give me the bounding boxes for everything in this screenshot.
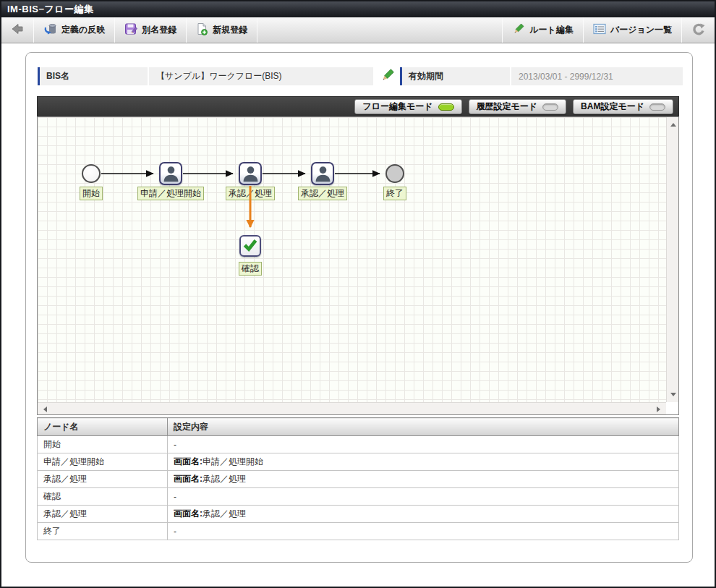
settings-value: - [174, 440, 176, 450]
green-pencil-icon [380, 74, 395, 85]
back-arrow-icon [11, 22, 24, 38]
valid-period-value: 2013/03/01 - 2999/12/31 [511, 67, 683, 85]
flow-node-label: 終了 [383, 187, 406, 200]
column-header-settings: 設定内容 [168, 418, 679, 436]
mode-flow-edit-label: フロー編集モード [362, 101, 432, 113]
scrollbar-corner [666, 402, 678, 414]
table-row: 承認／処理 画面名:承認／処理 [38, 506, 679, 523]
document-plus-icon [196, 22, 208, 38]
mode-flow-edit-indicator [438, 103, 454, 111]
settings-value: 承認／処理 [203, 508, 246, 519]
new-register-label: 新規登録 [213, 24, 247, 36]
settings-value: - [174, 492, 176, 502]
person-icon [313, 163, 333, 184]
bis-name-label: BIS名 [38, 67, 148, 85]
mode-history-indicator [542, 103, 558, 111]
valid-period-label: 有効期間 [400, 67, 510, 85]
title-bar: IM-BIS−フロー編集 [1, 1, 715, 17]
back-button[interactable] [1, 17, 33, 43]
mode-history-button[interactable]: 履歴設定モード [469, 99, 567, 114]
scroll-down-button[interactable] [667, 388, 679, 401]
database-reflect-icon [43, 22, 57, 38]
version-list-button[interactable]: バージョン一覧 [584, 17, 681, 43]
edit-bis-name-button[interactable] [379, 68, 396, 85]
mode-flow-edit-button[interactable]: フロー編集モード [354, 99, 461, 114]
settings-prefix: 画面名: [174, 508, 203, 519]
settings-cell: - [168, 436, 679, 453]
settings-cell: 画面名:承認／処理 [168, 471, 679, 488]
refresh-icon [691, 22, 705, 38]
new-register-button[interactable]: 新規登録 [187, 17, 257, 43]
horizontal-scrollbar[interactable] [38, 402, 666, 414]
mode-bam-button[interactable]: BAM設定モード [573, 99, 673, 114]
table-row: 申請／処理開始 画面名:申請／処理開始 [38, 453, 679, 471]
refresh-button[interactable] [682, 17, 715, 43]
im-bis-window: IM-BIS−フロー編集 定義の反映 [0, 0, 716, 588]
scroll-up-button[interactable] [667, 119, 679, 131]
flow-node-task[interactable] [159, 162, 182, 185]
node-name-cell: 承認／処理 [38, 471, 168, 488]
node-name-cell: 確認 [38, 488, 168, 506]
reflect-definition-label: 定義の反映 [61, 24, 105, 36]
person-icon [161, 163, 181, 184]
node-name-cell: 承認／処理 [38, 506, 168, 523]
route-edit-label: ルート編集 [529, 24, 574, 36]
settings-value: - [174, 527, 176, 537]
node-name-cell: 開始 [38, 436, 168, 453]
version-list-icon [593, 23, 606, 37]
mode-bam-indicator [649, 103, 665, 111]
flow-connectors [38, 117, 678, 414]
mode-bam-label: BAM設定モード [581, 101, 644, 113]
flow-node-task[interactable] [311, 162, 334, 185]
check-icon [242, 236, 259, 256]
flow-node-label: 承認／処理 [226, 187, 275, 200]
mode-history-label: 履歴設定モード [477, 101, 538, 113]
flow-node-label: 申請／処理開始 [137, 187, 204, 200]
settings-prefix: 画面名: [174, 456, 203, 466]
route-edit-button[interactable]: ルート編集 [503, 17, 583, 43]
toolbar-spacer [257, 17, 502, 43]
node-name-cell: 終了 [38, 523, 168, 540]
node-name-cell: 申請／処理開始 [38, 453, 168, 471]
main-panel: BIS名 【サンプル】ワークフロー(BIS) 有効期間 2013/03/01 -… [25, 52, 693, 563]
flow-canvas[interactable]: 開始 申請／処理開始 承認／処理 承認／処理 終了 確認 [37, 116, 679, 415]
flow-editor: フロー編集モード 履歴設定モード BAM設定モード [37, 96, 679, 415]
table-header-row: ノード名 設定内容 [38, 418, 679, 436]
alias-register-button[interactable]: 別名登録 [115, 17, 186, 43]
mode-bar: フロー編集モード 履歴設定モード BAM設定モード [37, 96, 679, 116]
scroll-left-button[interactable] [39, 403, 51, 415]
flow-node-start[interactable] [82, 164, 101, 183]
version-list-label: バージョン一覧 [610, 24, 672, 36]
column-header-node-name: ノード名 [38, 418, 168, 436]
flow-node-label: 確認 [239, 262, 262, 276]
flow-node-task[interactable] [239, 162, 262, 185]
settings-cell: - [168, 523, 679, 540]
flow-node-label: 開始 [80, 187, 103, 200]
settings-cell: - [168, 488, 679, 506]
settings-value: 申請／処理開始 [203, 456, 263, 466]
flow-node-end[interactable] [385, 164, 404, 183]
settings-prefix: 画面名: [174, 474, 203, 484]
flow-node-confirm[interactable] [239, 235, 261, 257]
alias-register-label: 別名登録 [142, 24, 176, 36]
page-title: IM-BIS−フロー編集 [7, 3, 94, 16]
settings-cell: 画面名:申請／処理開始 [168, 453, 679, 471]
floppy-pencil-icon [124, 22, 137, 38]
toolbar: 定義の反映 別名登録 [1, 17, 715, 43]
person-icon [241, 163, 260, 184]
reflect-definition-button[interactable]: 定義の反映 [34, 17, 114, 43]
table-row: 承認／処理 画面名:承認／処理 [38, 471, 679, 488]
green-pencil-icon [512, 22, 525, 38]
flow-node-label: 承認／処理 [298, 187, 347, 200]
node-settings-table: ノード名 設定内容 開始 - 申請／処理開始 画面名:申請／処理開始 承認／処理… [37, 417, 679, 540]
bis-name-value: 【サンプル】ワークフロー(BIS) [149, 67, 373, 85]
scroll-right-button[interactable] [652, 403, 665, 415]
settings-cell: 画面名:承認／処理 [168, 506, 679, 523]
table-row: 確認 - [38, 488, 679, 506]
vertical-scrollbar[interactable] [666, 117, 678, 402]
settings-value: 承認／処理 [203, 474, 246, 484]
table-row: 終了 - [38, 523, 679, 540]
table-row: 開始 - [38, 436, 679, 453]
